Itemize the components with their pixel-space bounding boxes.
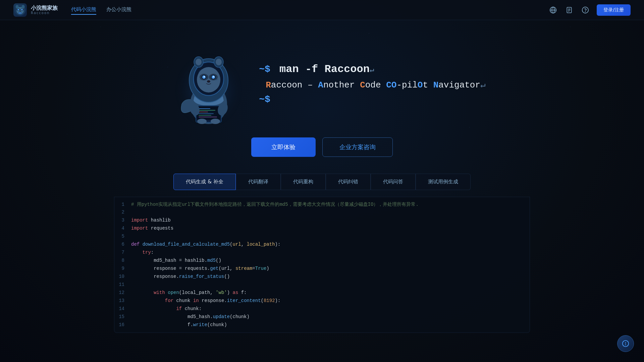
tab-test-gen[interactable]: 测试用例生成 [416, 174, 471, 190]
logo-text: 小浣熊家族 Raccoon [31, 5, 58, 15]
line-num-14: 14 [114, 306, 131, 311]
svg-point-38 [213, 76, 214, 77]
line-num-9: 9 [114, 266, 131, 271]
logo-sub-text: Raccoon [31, 11, 58, 15]
code-content-13: for chunk in response.iter_content(8192)… [131, 298, 530, 303]
tab-code-refactor[interactable]: 代码重构 [281, 174, 326, 190]
svg-point-53 [211, 119, 220, 124]
terminal-area: ~$ man -f Raccoon↵ Raccoon – Another Cod… [259, 63, 485, 105]
support-button[interactable] [617, 335, 634, 352]
tagline-accoon: accoon [271, 80, 303, 90]
line-num-7: 7 [114, 250, 131, 255]
code-content-12: with open(local_path, 'wb') as f: [131, 290, 530, 295]
svg-point-27 [196, 59, 202, 65]
code-line-16: 16 f.write(chunk) [114, 321, 530, 329]
code-content-4: import requests [131, 226, 530, 231]
nav-links: 代码小浣熊 办公小浣熊 [71, 5, 131, 15]
tagline-nother: nother [323, 80, 355, 90]
tab-code-gen[interactable]: 代码生成 & 补全 [173, 174, 235, 190]
svg-point-55 [626, 345, 626, 345]
svg-point-29 [216, 59, 222, 65]
header-right: 登录/注册 [548, 4, 631, 16]
svg-point-8 [19, 11, 21, 12]
code-comment: # 用python实现从指定url下载文件到本地指定路径，返回下载文件的md5，… [131, 201, 530, 207]
line-num-15: 15 [114, 314, 131, 319]
code-line-12: 12 with open(local_path, 'wb') as f: [114, 289, 530, 297]
terminal-command-line: ~$ man -f Raccoon↵ [259, 63, 485, 75]
mascot-area [158, 40, 259, 127]
code-line-11: 11 [114, 281, 530, 289]
document-icon[interactable] [565, 5, 574, 15]
tagline-A: A [318, 80, 323, 90]
tagline-O: O [418, 80, 423, 90]
line-num-11: 11 [114, 282, 131, 287]
code-line-7: 7 try: [114, 249, 530, 257]
code-content-10: response.raise_for_status() [131, 274, 530, 279]
line-num-16: 16 [114, 322, 131, 327]
code-line-2: 2 [114, 208, 530, 217]
line-num-12: 12 [114, 290, 131, 295]
line-num-6: 6 [114, 242, 131, 247]
login-button[interactable]: 登录/注册 [597, 4, 631, 16]
terminal-prompt: ~$ [259, 64, 270, 74]
tagline-line: Raccoon – Another Code CO-pilOt Navigato… [259, 79, 485, 90]
code-content-14: if chunk: [131, 306, 530, 311]
code-content-8: md5_hash = hashlib.md5() [131, 258, 530, 263]
line-num-10: 10 [114, 274, 131, 279]
tagline-N: N [433, 80, 439, 90]
code-content-7: try: [131, 250, 530, 255]
code-line-14: 14 if chunk: [114, 305, 530, 313]
line-num-8: 8 [114, 258, 131, 263]
logo-main-text: 小浣熊家族 [31, 5, 58, 11]
help-icon[interactable] [581, 5, 590, 15]
code-line-15: 15 md5_hash.update(chunk) [114, 313, 530, 321]
header-left: 小浣熊家族 Raccoon 代码小浣熊 办公小浣熊 [13, 3, 131, 17]
code-line-1: 1 # 用python实现从指定url下载文件到本地指定路径，返回下载文件的md… [114, 200, 530, 208]
tagline-C: C [360, 80, 365, 90]
code-inner: 1 # 用python实现从指定url下载文件到本地指定路径，返回下载文件的md… [114, 197, 530, 333]
enterprise-button[interactable]: 企业方案咨询 [322, 137, 393, 157]
code-content-9: response = requests.get(url, stream=True… [131, 266, 530, 271]
line-num-1: 1 [114, 202, 131, 207]
nav-code-raccoon[interactable]: 代码小浣熊 [71, 5, 96, 15]
code-line-3: 3 import hashlib [114, 217, 530, 225]
svg-point-6 [17, 9, 19, 10]
code-display: 1 # 用python实现从指定url下载文件到本地指定路径，返回下载文件的md… [114, 197, 530, 333]
try-now-button[interactable]: 立即体验 [251, 137, 316, 157]
cta-area: 立即体验 企业方案咨询 [251, 137, 393, 157]
code-content-6: def download_file_and_calculate_md5(url,… [131, 242, 530, 247]
terminal-command: man -f Raccoon↵ [273, 63, 374, 75]
code-line-10: 10 response.raise_for_status() [114, 273, 530, 281]
line-num-2: 2 [114, 209, 131, 215]
second-prompt: ~$ [259, 94, 270, 105]
second-prompt-line: ~$ [259, 94, 485, 105]
logo-icon [13, 3, 27, 17]
code-content-5 [131, 234, 530, 239]
tagline-ode: ode [365, 80, 381, 90]
svg-point-52 [197, 119, 207, 124]
line-num-3: 3 [114, 218, 131, 223]
line-num-4: 4 [114, 226, 131, 231]
hero-section: ~$ man -f Raccoon↵ Raccoon – Another Cod… [0, 20, 644, 170]
code-content-11 [131, 282, 530, 287]
svg-rect-10 [19, 12, 22, 14]
feature-tabs: 代码生成 & 补全 代码翻译 代码重构 代码纠错 代码问答 测试用例生成 [0, 174, 644, 190]
svg-point-7 [21, 9, 23, 10]
tagline-R: R [266, 80, 271, 90]
line-num-5: 5 [114, 234, 131, 239]
code-line-5: 5 [114, 233, 530, 241]
tab-code-qa[interactable]: 代码问答 [371, 174, 416, 190]
code-line-4: 4 import requests [114, 225, 530, 233]
code-line-9: 9 response = requests.get(url, stream=Tr… [114, 265, 530, 273]
hero-content: ~$ man -f Raccoon↵ Raccoon – Another Cod… [158, 40, 485, 127]
tab-code-translate[interactable]: 代码翻译 [236, 174, 281, 190]
globe-icon[interactable] [548, 5, 558, 15]
code-content-3: import hashlib [131, 218, 530, 223]
svg-point-18 [582, 7, 588, 13]
tab-code-debug[interactable]: 代码纠错 [326, 174, 371, 190]
svg-point-39 [207, 80, 210, 83]
line-num-13: 13 [114, 298, 131, 303]
code-content-16: f.write(chunk) [131, 322, 530, 327]
nav-office-raccoon[interactable]: 办公小浣熊 [106, 5, 131, 15]
mascot-image [172, 44, 246, 124]
